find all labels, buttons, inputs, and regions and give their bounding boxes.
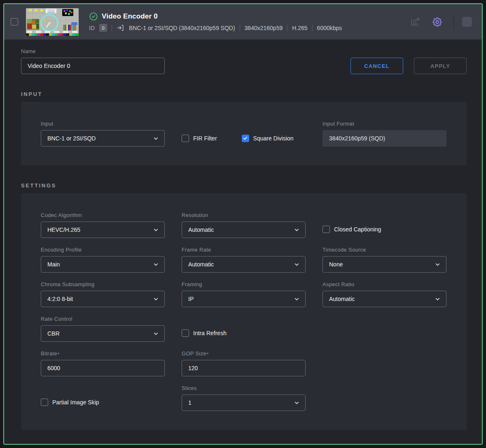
chevron-down-icon (294, 400, 300, 406)
status-ok-icon (89, 12, 98, 21)
encoding-profile-value: Main (47, 261, 60, 268)
input-label: Input (41, 121, 165, 127)
chroma-subsampling-label: Chroma Subsampling (41, 281, 165, 287)
codec-text: H.265 (292, 25, 307, 31)
stats-button[interactable] (408, 15, 423, 29)
intra-refresh-checkbox[interactable] (182, 329, 189, 337)
slices-select[interactable]: 1 (182, 394, 306, 411)
encoder-meta: ID 0 BNC-1 or 2SI/SQD (3840x2160p59 SQD)… (89, 24, 342, 32)
chevron-down-icon (435, 296, 441, 302)
framing-value: IP (188, 296, 194, 302)
gop-size-label: GOP Size (182, 350, 206, 357)
aspect-ratio-label: Aspect Ratio (322, 281, 446, 287)
encoder-card: Video Encoder 0 ID 0 BNC-1 or 2SI/SQD (3… (3, 3, 483, 445)
format-text: 3840x2160p59 (245, 25, 283, 31)
codec-algorithm-select[interactable]: HEVC/H.265 (41, 222, 165, 238)
settings-button[interactable] (430, 15, 444, 29)
encoder-title: Video Encoder 0 (102, 12, 158, 21)
resolution-select[interactable]: Automatic (182, 222, 306, 238)
encoder-header: Video Encoder 0 ID 0 BNC-1 or 2SI/SQD (3… (4, 4, 482, 40)
input-source-icon (117, 24, 124, 32)
encoding-profile-select[interactable]: Main (41, 256, 165, 273)
aspect-ratio-value: Automatic (329, 296, 355, 302)
input-format-label: Input Format (322, 121, 446, 127)
name-label: Name (21, 48, 165, 54)
resolution-label: Resolution (182, 212, 306, 218)
slices-label: Slices (182, 385, 306, 391)
video-preview-thumbnail (26, 8, 79, 36)
rate-control-label: Rate Control (41, 316, 165, 322)
rate-control-select[interactable]: CBR (41, 325, 165, 342)
required-dot: • (58, 350, 60, 357)
bitrate-input[interactable] (41, 360, 165, 376)
chart-trend-icon (410, 16, 421, 28)
input-section-title: INPUT (21, 91, 467, 97)
chevron-down-icon (294, 261, 300, 268)
chevron-down-icon (153, 261, 159, 268)
frame-rate-select[interactable]: Automatic (182, 256, 306, 273)
bitrate-label: Bitrate (41, 350, 57, 357)
chevron-down-icon (153, 135, 159, 142)
aspect-ratio-select[interactable]: Automatic (322, 291, 446, 307)
gop-size-input[interactable] (182, 360, 306, 376)
closed-captioning-label[interactable]: Closed Captioning (334, 226, 381, 233)
square-toggle-button[interactable] (462, 17, 472, 27)
chroma-subsampling-select[interactable]: 4:2:0 8-bit (41, 291, 165, 307)
codec-algorithm-value: HEVC/H.265 (47, 226, 80, 233)
name-input[interactable] (21, 58, 165, 74)
timecode-source-value: None (329, 261, 343, 268)
gear-icon (432, 16, 443, 28)
frame-rate-value: Automatic (188, 261, 214, 268)
required-dot: • (207, 350, 209, 357)
encoder-form: Name CANCEL APPLY INPUT Input BNC-1 or 2… (4, 40, 482, 444)
chevron-down-icon (153, 227, 159, 233)
frame-rate-label: Frame Rate (182, 247, 306, 253)
chevron-down-icon (294, 296, 300, 302)
timecode-source-select[interactable]: None (322, 256, 446, 273)
input-select-value: BNC-1 or 2SI/SQD (47, 135, 96, 142)
id-badge: 0 (99, 24, 107, 32)
fir-filter-checkbox[interactable] (182, 135, 189, 142)
input-select[interactable]: BNC-1 or 2SI/SQD (41, 130, 165, 147)
chevron-down-icon (294, 227, 300, 233)
divider (287, 25, 287, 31)
bitrate-text: 6000kbps (317, 25, 342, 31)
square-division-checkbox[interactable] (242, 135, 249, 142)
cancel-button[interactable]: CANCEL (350, 58, 403, 74)
fir-filter-label[interactable]: FIR Filter (193, 135, 217, 142)
partial-image-skip-label[interactable]: Partial Image Skip (52, 399, 99, 406)
chroma-subsampling-value: 4:2:0 8-bit (47, 296, 73, 302)
row-select-checkbox[interactable] (11, 18, 18, 26)
settings-panel: Codec Algorithm HEVC/H.265 Resolution Au… (21, 193, 467, 430)
settings-section-title: SETTINGS (21, 182, 467, 189)
id-label: ID (89, 25, 95, 31)
framing-label: Framing (182, 281, 306, 287)
input-panel: Input BNC-1 or 2SI/SQD FIR Filter (21, 102, 467, 166)
input-summary: BNC-1 or 2SI/SQD (3840x2160p59 SQD) (129, 25, 235, 31)
framing-select[interactable]: IP (182, 291, 306, 307)
partial-image-skip-checkbox[interactable] (41, 399, 48, 406)
chevron-down-icon (153, 331, 159, 337)
test-pattern-image (26, 8, 79, 36)
square-division-label[interactable]: Square Division (253, 135, 294, 142)
divider (312, 25, 313, 31)
input-format-value: 3840x2160p59 (SQD) (322, 130, 446, 147)
rate-control-value: CBR (47, 330, 60, 337)
timecode-source-label: Timecode Source (322, 247, 446, 253)
divider (453, 14, 454, 30)
closed-captioning-checkbox[interactable] (322, 226, 330, 233)
divider (240, 25, 240, 31)
divider (112, 25, 112, 31)
resolution-value: Automatic (188, 226, 214, 233)
codec-algorithm-label: Codec Algorithm (41, 212, 165, 218)
chevron-down-icon (153, 296, 159, 302)
chevron-down-icon (435, 261, 441, 268)
encoder-info: Video Encoder 0 ID 0 BNC-1 or 2SI/SQD (3… (89, 12, 342, 32)
apply-button[interactable]: APPLY (414, 58, 467, 74)
encoding-profile-label: Encoding Profile (41, 247, 165, 253)
slices-value: 1 (188, 399, 192, 406)
intra-refresh-label[interactable]: Intra Refresh (193, 330, 227, 336)
